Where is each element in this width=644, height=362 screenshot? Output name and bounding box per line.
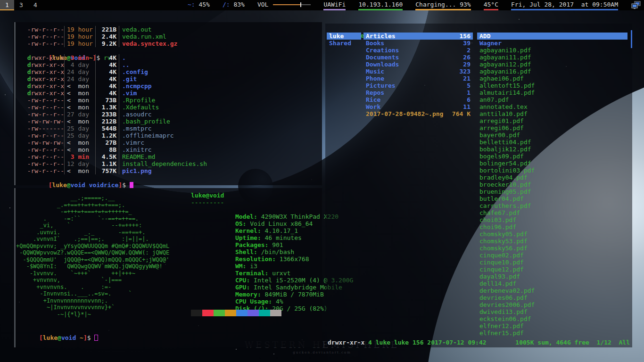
ranger-preview-scrollbar[interactable]: [631, 30, 632, 48]
cursor-block-hollow: [94, 335, 98, 341]
list-item[interactable]: anttila10.pdf: [477, 110, 627, 117]
file-name: chomsky53.pdf: [479, 238, 528, 245]
terminal-scrollbar[interactable]: [14, 22, 16, 185]
file-size: 4K: [95, 75, 119, 82]
list-item[interactable]: broecker10.pdf: [477, 181, 627, 188]
dir-count: 11: [463, 103, 471, 110]
list-item[interactable]: elfner12.pdf: [477, 322, 627, 329]
list-item[interactable]: an07.pdf: [477, 96, 627, 103]
list-item[interactable]: ADD: [477, 33, 627, 40]
list-item[interactable]: elfner15.pdf: [477, 329, 627, 337]
list-item[interactable]: arregi06.pdf: [477, 124, 627, 132]
list-item[interactable]: bolinger54.pdf: [477, 160, 627, 167]
list-item[interactable]: cinque02.pdf: [477, 252, 627, 259]
workspace-button[interactable]: 3: [14, 0, 28, 10]
list-item[interactable]: belletti04.pdf: [477, 139, 627, 146]
list-item[interactable]: Creations2: [363, 47, 473, 54]
list-item[interactable]: Music323: [363, 68, 473, 75]
file-size: 8B: [95, 146, 119, 153]
list-item[interactable]: cinque12.pdf: [477, 266, 627, 273]
list-item[interactable]: bogels09.pdf: [477, 153, 627, 160]
list-item[interactable]: Repos1: [363, 89, 473, 96]
file-name: .vimrc: [119, 139, 144, 146]
list-item[interactable]: chomsky53.pdf: [477, 238, 627, 245]
list-item[interactable]: Documents26: [363, 54, 473, 61]
ls-row: -rw-r--r-- 3 min4.5KREADME.md: [24, 153, 320, 160]
ls-row: -rw-r--r--< mon1.3K.Xdefaults: [24, 104, 320, 111]
dir-count: 21: [463, 75, 471, 82]
list-item[interactable]: Downloads29: [363, 61, 473, 68]
list-item[interactable]: chafe67.pdf: [477, 209, 627, 216]
list-item[interactable]: bradley04.pdf: [477, 174, 627, 181]
file-name: choi03.pdf: [479, 216, 516, 223]
list-item[interactable]: dwivedi13.pdf: [477, 308, 627, 315]
file-name: an07.pdf: [479, 96, 509, 103]
list-item[interactable]: butler04.pdf: [477, 195, 627, 202]
volume-block: VOL: [257, 0, 311, 10]
list-item[interactable]: bayer00.pdf: [477, 132, 627, 139]
list-item[interactable]: eckstein06.pdf: [477, 315, 627, 322]
list-item[interactable]: aghaei06.pdf: [477, 75, 627, 82]
list-item[interactable]: dell14.pdf: [477, 280, 627, 287]
file-name: .vim: [119, 90, 137, 97]
terminal-window-neofetch[interactable]: __.;=====;.__ _.=+==++=++=+=+===;. -=+++…: [13, 188, 322, 347]
list-item[interactable]: derbeneva02.pdf: [477, 287, 627, 294]
list-item[interactable]: Shared: [327, 40, 361, 47]
workspace-button[interactable]: 1: [0, 0, 14, 10]
list-item[interactable]: agbayani16.pdf: [477, 68, 627, 75]
file-size: 27B: [95, 139, 119, 146]
list-item[interactable]: Pictures5: [363, 82, 473, 89]
list-item[interactable]: Phone21: [363, 75, 473, 82]
dir-name: Downloads: [366, 61, 399, 68]
list-item[interactable]: 2017-07-28-09482~.png764 K: [363, 110, 473, 117]
file-permissions: drwxr-xr-x: [24, 54, 64, 61]
file-mtime: < mon: [64, 146, 95, 153]
shell-prompt-active[interactable]: [luke@void voidrice]$: [19, 174, 320, 181]
list-item[interactable]: bruening05.pdf: [477, 188, 627, 195]
list-item[interactable]: agbayani10.pdf: [477, 47, 627, 54]
terminal-scrollbar[interactable]: [14, 188, 16, 347]
file-name: chafe67.pdf: [479, 209, 520, 216]
volume-fill: [273, 4, 300, 5]
list-item[interactable]: agbayani12.pdf: [477, 61, 627, 68]
list-item[interactable]: almutairi14.pdf: [477, 89, 627, 96]
list-item[interactable]: chomsky05.pdf: [477, 230, 627, 238]
list-item[interactable]: luke: [327, 33, 361, 40]
list-item[interactable]: choi96.pdf: [477, 223, 627, 230]
list-item[interactable]: bobaljik12.pdf: [477, 146, 627, 153]
ranger-file-details: drwxr-xr-x 4 luke luke 156 2017-07-12 09…: [328, 339, 487, 346]
list-item[interactable]: arregi01.pdf: [477, 117, 627, 124]
file-permissions: drwxr-xr-x: [24, 68, 64, 75]
home-disk-value: 45%: [195, 1, 210, 8]
list-item[interactable]: Articles156: [363, 33, 473, 40]
list-item[interactable]: bortolini03.pdf: [477, 167, 627, 174]
dir-count: 39: [463, 40, 471, 47]
list-item[interactable]: cinque10.pdf: [477, 259, 627, 266]
color-swatch: [225, 310, 236, 316]
file-name: .config: [119, 68, 148, 75]
terminal-window-files[interactable]: -rw-r--r--19 hour221Bveda.out -rw-r--r--…: [13, 22, 322, 185]
file-name: .offlineimaprc: [119, 132, 174, 139]
file-size: 233B: [95, 111, 119, 118]
workspace-button[interactable]: 4: [28, 0, 42, 10]
file-name: veda.out: [119, 26, 152, 33]
list-item[interactable]: chomsky56.pdf: [477, 245, 627, 252]
list-item[interactable]: carruthers.pdf: [477, 202, 627, 209]
file-name: cinque10.pdf: [479, 259, 524, 266]
terminal-color-palette: [191, 310, 281, 316]
ranger-window[interactable]: luke@void ~/Articles luke Shared Article…: [325, 24, 632, 347]
list-item[interactable]: Work11: [363, 103, 473, 110]
list-item[interactable]: agbayani11.pdf: [477, 54, 627, 61]
list-item[interactable]: Books39: [363, 40, 473, 47]
list-item[interactable]: devries06.pdf: [477, 294, 627, 301]
list-item[interactable]: Rice6: [363, 96, 473, 103]
shell-prompt-idle[interactable]: [luke@void ~]$: [17, 327, 98, 334]
dual-monitor-icon[interactable]: [631, 1, 641, 9]
list-item[interactable]: dayal93.pdf: [477, 273, 627, 280]
list-item[interactable]: annotated.tex: [477, 103, 627, 110]
list-item[interactable]: choi03.pdf: [477, 216, 627, 223]
list-item[interactable]: Wagner: [477, 40, 627, 47]
volume-slider[interactable]: [273, 2, 311, 7]
list-item[interactable]: allentoft15.pdf: [477, 82, 627, 89]
list-item[interactable]: devries2006.pdf: [477, 301, 627, 308]
